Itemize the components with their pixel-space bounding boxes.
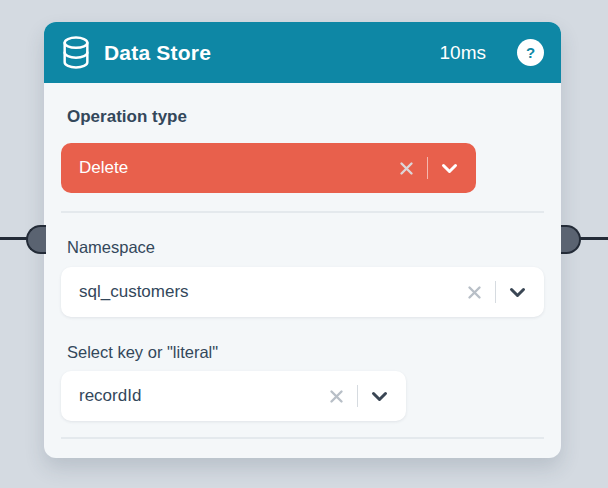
input-port[interactable]	[26, 225, 46, 254]
record-key-select[interactable]: recordId	[61, 371, 406, 421]
namespace-select[interactable]: sql_customers	[61, 267, 544, 317]
operation-type-label: Operation type	[61, 107, 544, 127]
section-divider	[61, 211, 544, 213]
help-button[interactable]: ?	[517, 39, 544, 66]
node-header: Data Store 10ms ?	[44, 22, 561, 83]
operation-type-value: Delete	[79, 158, 399, 178]
node-title: Data Store	[104, 41, 211, 65]
chevron-down-icon[interactable]	[509, 287, 526, 298]
operation-type-select[interactable]: Delete	[61, 143, 476, 193]
database-icon	[61, 36, 91, 69]
select-separator	[357, 385, 359, 407]
chevron-down-icon[interactable]	[441, 163, 458, 174]
record-key-label: Select key or "literal"	[61, 342, 544, 362]
node-body: Operation type Delete Namespace sql_cust…	[44, 83, 561, 439]
chevron-down-icon[interactable]	[371, 391, 388, 402]
select-separator	[495, 281, 497, 303]
section-divider	[61, 437, 544, 439]
data-store-node[interactable]: Data Store 10ms ? Operation type Delete …	[44, 22, 561, 458]
namespace-value: sql_customers	[79, 282, 467, 302]
latency-badge: 10ms	[440, 42, 486, 64]
clear-icon[interactable]	[329, 389, 344, 404]
record-key-value: recordId	[79, 386, 329, 406]
clear-icon[interactable]	[467, 285, 482, 300]
question-mark-icon: ?	[526, 45, 535, 60]
outgoing-edge-line	[579, 237, 608, 240]
clear-icon[interactable]	[399, 161, 414, 176]
select-separator	[427, 157, 429, 179]
output-port[interactable]	[561, 225, 581, 254]
namespace-label: Namespace	[61, 237, 544, 257]
incoming-edge-line	[0, 237, 29, 240]
